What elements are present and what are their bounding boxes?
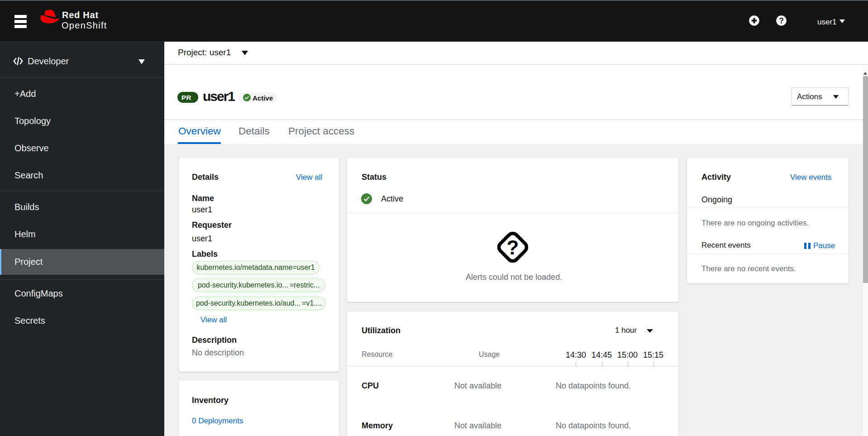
svg-text:?: ? [779, 16, 784, 25]
svg-text:?: ? [507, 236, 519, 259]
